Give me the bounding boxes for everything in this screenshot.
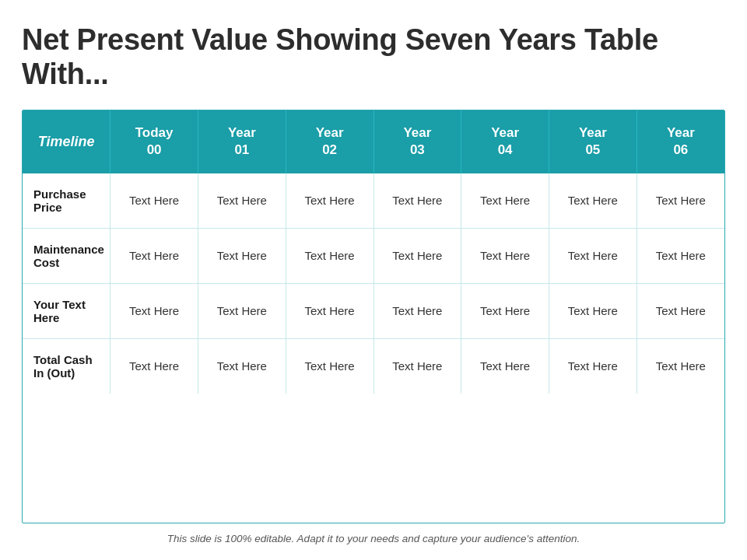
cell-maintenance-y01: Text Here bbox=[198, 228, 286, 283]
col-header-year05: Year 05 bbox=[549, 110, 637, 173]
cell-purchase-y06: Text Here bbox=[637, 173, 724, 229]
row-label-maintenance-cost: Maintenance Cost bbox=[23, 228, 110, 283]
col-header-timeline: Timeline bbox=[23, 110, 110, 173]
cell-totalcash-y05: Text Here bbox=[549, 338, 637, 394]
col-header-year01: Year 01 bbox=[198, 110, 286, 173]
col-header-year02: Year 02 bbox=[286, 110, 374, 173]
col-header-year06: Year 06 bbox=[637, 110, 724, 173]
cell-purchase-y03: Text Here bbox=[374, 173, 461, 229]
cell-maintenance-y05: Text Here bbox=[549, 228, 637, 283]
col-header-year04: Year 04 bbox=[461, 110, 549, 173]
row-label-purchase-price: Purchase Price bbox=[23, 173, 110, 229]
cell-maintenance-y03: Text Here bbox=[374, 228, 461, 283]
cell-purchase-today: Text Here bbox=[110, 173, 198, 229]
cell-purchase-y05: Text Here bbox=[549, 173, 637, 229]
cell-maintenance-y06: Text Here bbox=[637, 228, 724, 283]
cell-yourtext-y03: Text Here bbox=[374, 283, 461, 338]
cell-yourtext-y06: Text Here bbox=[637, 283, 724, 338]
cell-purchase-y02: Text Here bbox=[286, 173, 374, 229]
col-header-year03: Year 03 bbox=[374, 110, 461, 173]
table-row: Your Text Here Text Here Text Here Text … bbox=[23, 283, 724, 338]
row-label-your-text: Your Text Here bbox=[23, 283, 110, 338]
cell-purchase-y04: Text Here bbox=[461, 173, 549, 229]
cell-yourtext-y04: Text Here bbox=[461, 283, 549, 338]
cell-yourtext-y02: Text Here bbox=[286, 283, 374, 338]
table-row: Maintenance Cost Text Here Text Here Tex… bbox=[23, 228, 724, 283]
page-title: Net Present Value Showing Seven Years Ta… bbox=[22, 23, 725, 91]
cell-totalcash-y06: Text Here bbox=[637, 338, 724, 394]
cell-purchase-y01: Text Here bbox=[198, 173, 286, 229]
cell-totalcash-y02: Text Here bbox=[286, 338, 374, 394]
page-wrapper: Net Present Value Showing Seven Years Ta… bbox=[0, 0, 747, 560]
cell-totalcash-y04: Text Here bbox=[461, 338, 549, 394]
cell-totalcash-today: Text Here bbox=[110, 338, 198, 394]
footer-note: This slide is 100% editable. Adapt it to… bbox=[22, 533, 725, 544]
table-row: Total Cash In (Out) Text Here Text Here … bbox=[23, 338, 724, 394]
col-header-today: Today 00 bbox=[110, 110, 198, 173]
table-container: Timeline Today 00 Year 01 Year 02 bbox=[22, 110, 725, 523]
row-label-total-cash: Total Cash In (Out) bbox=[23, 338, 110, 394]
cell-yourtext-y01: Text Here bbox=[198, 283, 286, 338]
cell-totalcash-y03: Text Here bbox=[374, 338, 461, 394]
header-row: Timeline Today 00 Year 01 Year 02 bbox=[23, 110, 724, 173]
cell-yourtext-today: Text Here bbox=[110, 283, 198, 338]
cell-yourtext-y05: Text Here bbox=[549, 283, 637, 338]
npv-table: Timeline Today 00 Year 01 Year 02 bbox=[23, 110, 724, 393]
cell-totalcash-y01: Text Here bbox=[198, 338, 286, 394]
cell-maintenance-y02: Text Here bbox=[286, 228, 374, 283]
cell-maintenance-today: Text Here bbox=[110, 228, 198, 283]
cell-maintenance-y04: Text Here bbox=[461, 228, 549, 283]
table-row: Purchase Price Text Here Text Here Text … bbox=[23, 173, 724, 229]
